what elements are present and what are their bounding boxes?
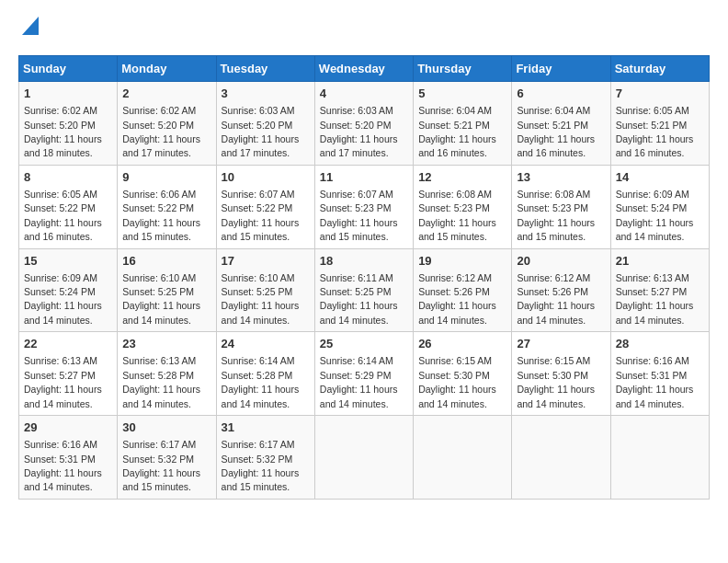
day-detail: Sunrise: 6:10 AMSunset: 5:25 PMDaylight:… [222, 272, 300, 326]
day-detail: Sunrise: 6:09 AMSunset: 5:24 PMDaylight:… [616, 189, 694, 242]
calendar-cell: 1 Sunrise: 6:02 AMSunset: 5:20 PMDayligh… [19, 82, 118, 166]
calendar-header: SundayMondayTuesdayWednesdayThursdayFrid… [19, 56, 710, 82]
day-detail: Sunrise: 6:15 AMSunset: 5:30 PMDaylight:… [418, 355, 496, 408]
day-number: 7 [616, 86, 704, 102]
day-detail: Sunrise: 6:14 AMSunset: 5:29 PMDaylight:… [320, 355, 398, 408]
day-detail: Sunrise: 6:17 AMSunset: 5:32 PMDaylight:… [222, 439, 300, 492]
day-detail: Sunrise: 6:17 AMSunset: 5:32 PMDaylight:… [122, 439, 200, 492]
day-number: 1 [24, 86, 112, 102]
calendar-cell: 2 Sunrise: 6:02 AMSunset: 5:20 PMDayligh… [118, 82, 216, 166]
calendar-cell: 23 Sunrise: 6:13 AMSunset: 5:28 PMDaylig… [118, 332, 216, 416]
day-detail: Sunrise: 6:04 AMSunset: 5:21 PMDaylight:… [517, 105, 595, 158]
calendar-cell: 9 Sunrise: 6:06 AMSunset: 5:22 PMDayligh… [118, 165, 216, 248]
calendar-table: SundayMondayTuesdayWednesdayThursdayFrid… [18, 55, 710, 500]
calendar-cell: 20 Sunrise: 6:12 AMSunset: 5:26 PMDaylig… [512, 248, 610, 332]
day-number: 11 [320, 169, 408, 186]
day-detail: Sunrise: 6:09 AMSunset: 5:24 PMDaylight:… [24, 272, 102, 326]
column-header-tuesday: Tuesday [216, 56, 314, 82]
day-number: 15 [24, 253, 112, 270]
header-row: SundayMondayTuesdayWednesdayThursdayFrid… [19, 56, 710, 82]
calendar-cell: 8 Sunrise: 6:05 AMSunset: 5:22 PMDayligh… [19, 165, 118, 248]
column-header-friday: Friday [512, 56, 610, 82]
day-detail: Sunrise: 6:13 AMSunset: 5:27 PMDaylight:… [24, 355, 102, 408]
day-number: 30 [122, 419, 210, 436]
svg-marker-0 [22, 17, 39, 35]
day-detail: Sunrise: 6:06 AMSunset: 5:22 PMDaylight:… [122, 189, 200, 242]
calendar-cell: 11 Sunrise: 6:07 AMSunset: 5:23 PMDaylig… [314, 165, 413, 248]
calendar-cell: 28 Sunrise: 6:16 AMSunset: 5:31 PMDaylig… [610, 332, 709, 416]
day-number: 4 [320, 86, 408, 102]
day-detail: Sunrise: 6:08 AMSunset: 5:23 PMDaylight:… [517, 189, 595, 242]
calendar-cell: 21 Sunrise: 6:13 AMSunset: 5:27 PMDaylig… [610, 248, 709, 332]
day-number: 28 [616, 336, 704, 352]
calendar-week-2: 8 Sunrise: 6:05 AMSunset: 5:22 PMDayligh… [19, 165, 710, 248]
day-number: 22 [24, 336, 112, 352]
day-detail: Sunrise: 6:11 AMSunset: 5:25 PMDaylight:… [320, 272, 398, 326]
day-detail: Sunrise: 6:05 AMSunset: 5:22 PMDaylight:… [24, 189, 102, 242]
day-number: 6 [517, 86, 605, 102]
day-detail: Sunrise: 6:02 AMSunset: 5:20 PMDaylight:… [24, 105, 102, 158]
calendar-cell: 4 Sunrise: 6:03 AMSunset: 5:20 PMDayligh… [314, 82, 413, 166]
calendar-cell: 30 Sunrise: 6:17 AMSunset: 5:32 PMDaylig… [118, 416, 216, 500]
day-detail: Sunrise: 6:16 AMSunset: 5:31 PMDaylight:… [24, 439, 102, 492]
day-number: 21 [616, 253, 704, 270]
calendar-week-3: 15 Sunrise: 6:09 AMSunset: 5:24 PMDaylig… [19, 248, 710, 332]
day-detail: Sunrise: 6:03 AMSunset: 5:20 PMDaylight:… [222, 105, 300, 158]
column-header-saturday: Saturday [610, 56, 709, 82]
day-number: 19 [418, 253, 506, 270]
calendar-week-5: 29 Sunrise: 6:16 AMSunset: 5:31 PMDaylig… [19, 416, 710, 500]
day-number: 8 [24, 169, 112, 186]
calendar-cell [512, 416, 610, 500]
calendar-cell: 29 Sunrise: 6:16 AMSunset: 5:31 PMDaylig… [19, 416, 118, 500]
day-detail: Sunrise: 6:13 AMSunset: 5:27 PMDaylight:… [616, 272, 694, 326]
day-number: 13 [517, 169, 605, 186]
day-detail: Sunrise: 6:14 AMSunset: 5:28 PMDaylight:… [222, 355, 300, 408]
calendar-cell: 5 Sunrise: 6:04 AMSunset: 5:21 PMDayligh… [414, 82, 512, 166]
day-number: 12 [418, 169, 506, 186]
day-number: 17 [222, 253, 310, 270]
logo [18, 18, 39, 40]
calendar-cell: 10 Sunrise: 6:07 AMSunset: 5:22 PMDaylig… [216, 165, 314, 248]
day-detail: Sunrise: 6:07 AMSunset: 5:23 PMDaylight:… [320, 189, 398, 242]
calendar-cell: 25 Sunrise: 6:14 AMSunset: 5:29 PMDaylig… [314, 332, 413, 416]
day-detail: Sunrise: 6:08 AMSunset: 5:23 PMDaylight:… [418, 189, 496, 242]
calendar-cell: 12 Sunrise: 6:08 AMSunset: 5:23 PMDaylig… [414, 165, 512, 248]
day-detail: Sunrise: 6:15 AMSunset: 5:30 PMDaylight:… [517, 355, 595, 408]
column-header-monday: Monday [118, 56, 216, 82]
day-number: 29 [24, 419, 112, 436]
calendar-cell: 24 Sunrise: 6:14 AMSunset: 5:28 PMDaylig… [216, 332, 314, 416]
calendar-cell: 26 Sunrise: 6:15 AMSunset: 5:30 PMDaylig… [414, 332, 512, 416]
calendar-cell: 3 Sunrise: 6:03 AMSunset: 5:20 PMDayligh… [216, 82, 314, 166]
calendar-cell: 7 Sunrise: 6:05 AMSunset: 5:21 PMDayligh… [610, 82, 709, 166]
day-detail: Sunrise: 6:02 AMSunset: 5:20 PMDaylight:… [122, 105, 200, 158]
calendar-cell: 6 Sunrise: 6:04 AMSunset: 5:21 PMDayligh… [512, 82, 610, 166]
calendar-week-1: 1 Sunrise: 6:02 AMSunset: 5:20 PMDayligh… [19, 82, 710, 166]
calendar-cell: 27 Sunrise: 6:15 AMSunset: 5:30 PMDaylig… [512, 332, 610, 416]
page-header [18, 18, 710, 40]
calendar-cell: 16 Sunrise: 6:10 AMSunset: 5:25 PMDaylig… [118, 248, 216, 332]
column-header-sunday: Sunday [19, 56, 118, 82]
calendar-cell: 15 Sunrise: 6:09 AMSunset: 5:24 PMDaylig… [19, 248, 118, 332]
column-header-wednesday: Wednesday [314, 56, 413, 82]
day-number: 20 [517, 253, 605, 270]
column-header-thursday: Thursday [414, 56, 512, 82]
day-detail: Sunrise: 6:03 AMSunset: 5:20 PMDaylight:… [320, 105, 398, 158]
day-number: 9 [122, 169, 210, 186]
calendar-cell [414, 416, 512, 500]
day-number: 18 [320, 253, 408, 270]
calendar-cell: 17 Sunrise: 6:10 AMSunset: 5:25 PMDaylig… [216, 248, 314, 332]
calendar-cell [610, 416, 709, 500]
day-detail: Sunrise: 6:05 AMSunset: 5:21 PMDaylight:… [616, 105, 694, 158]
calendar-cell: 22 Sunrise: 6:13 AMSunset: 5:27 PMDaylig… [19, 332, 118, 416]
day-number: 2 [122, 86, 210, 102]
day-number: 31 [222, 419, 310, 436]
calendar-cell: 31 Sunrise: 6:17 AMSunset: 5:32 PMDaylig… [216, 416, 314, 500]
day-detail: Sunrise: 6:10 AMSunset: 5:25 PMDaylight:… [122, 272, 200, 326]
day-number: 5 [418, 86, 506, 102]
logo-triangle-icon [22, 17, 39, 35]
day-detail: Sunrise: 6:13 AMSunset: 5:28 PMDaylight:… [122, 355, 200, 408]
day-detail: Sunrise: 6:12 AMSunset: 5:26 PMDaylight:… [517, 272, 595, 326]
calendar-cell: 14 Sunrise: 6:09 AMSunset: 5:24 PMDaylig… [610, 165, 709, 248]
day-detail: Sunrise: 6:12 AMSunset: 5:26 PMDaylight:… [418, 272, 496, 326]
day-detail: Sunrise: 6:07 AMSunset: 5:22 PMDaylight:… [222, 189, 300, 242]
